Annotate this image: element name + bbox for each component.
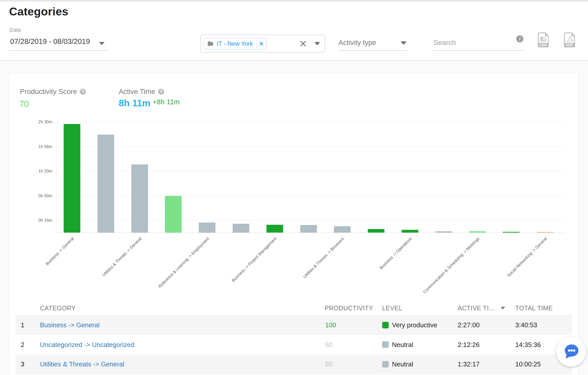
x-axis-label: Communication & Scheduling -> Meetings	[422, 236, 480, 294]
chart-bar[interactable]	[165, 196, 182, 233]
chart-bar[interactable]	[368, 229, 384, 233]
y-axis-label: 1h 23m	[9, 168, 52, 173]
row-rank: 2	[21, 341, 24, 348]
chevron-down-icon	[401, 41, 407, 45]
x-axis-label: Social Networking -> General	[506, 236, 548, 278]
search-placeholder: Search	[433, 39, 456, 47]
chart-bar[interactable]	[469, 231, 486, 233]
chart-bar[interactable]	[64, 124, 80, 233]
column-header-total-time[interactable]: TOTAL TIME	[515, 305, 553, 312]
table-row: 3Utilities & Threats -> General50Neutral…	[16, 354, 572, 374]
x-axis-line	[56, 233, 564, 233]
category-link[interactable]: Utilities & Threats -> General	[40, 360, 124, 368]
y-axis-label: 2h 30m	[9, 119, 52, 124]
x-axis-label: Business -> General	[45, 236, 75, 266]
svg-text:PDF: PDF	[566, 43, 573, 47]
chart-bar[interactable]	[131, 164, 148, 233]
y-axis-label: 0h 16m	[9, 218, 52, 223]
export-csv-button[interactable]: CSV	[537, 32, 549, 47]
date-range-picker[interactable]: Date 07/28/2019 - 08/03/2019	[9, 27, 108, 51]
total-time-cell: 14:35:36	[515, 341, 541, 348]
y-axis-line	[56, 122, 56, 233]
active-time-cell: 1:32:17	[458, 360, 480, 368]
date-range-value: 07/28/2019 - 08/03/2019	[10, 37, 90, 45]
activity-type-select[interactable]: Activity type	[338, 35, 407, 51]
chat-bubble-icon	[563, 344, 579, 360]
chip-remove-icon[interactable]	[257, 38, 266, 49]
gridline	[56, 146, 564, 147]
column-header-active-time[interactable]: ACTIVE TI...	[458, 305, 505, 312]
activity-type-placeholder: Activity type	[338, 39, 376, 47]
info-icon[interactable]: i	[516, 35, 523, 42]
x-axis-label: Business -> Project Management	[231, 236, 278, 283]
categories-bar-chart: 2h 30m1h 56m1h 23m0h 50m0h 16mBusiness -…	[9, 73, 578, 301]
level-label: Very productive	[392, 321, 437, 329]
report-card: Productivity Score ? 70 Active Time ? 8h…	[9, 73, 578, 375]
chart-bar[interactable]	[266, 225, 283, 233]
level-cell: Very productive	[382, 321, 437, 329]
chart-bar[interactable]	[435, 231, 452, 233]
search-input[interactable]: Search	[433, 35, 524, 51]
chart-bar[interactable]	[334, 226, 351, 233]
group-filter-chip[interactable]: IT - New York	[204, 38, 266, 49]
category-link[interactable]: Uncategorized -> Uncategorized	[40, 341, 134, 348]
chart-bar[interactable]	[300, 225, 317, 233]
column-header-productivity[interactable]: PRODUCTIVITY	[325, 305, 373, 312]
chart-bar[interactable]	[199, 222, 215, 233]
chevron-down-icon[interactable]	[99, 42, 105, 45]
row-rank: 3	[21, 360, 24, 368]
table-header: CATEGORY PRODUCTIVITY LEVEL ACTIVE TI...…	[16, 301, 572, 315]
page-title: Categories	[9, 5, 68, 18]
productivity-value: 50	[325, 360, 332, 368]
chip-label: IT - New York	[217, 40, 253, 47]
chart-bar[interactable]	[537, 232, 553, 233]
chart-plot	[56, 122, 564, 233]
table-row: 1Business -> General100Very productive2:…	[16, 315, 572, 335]
productivity-value: 100	[325, 321, 336, 329]
x-axis-label: Utilities & Threats -> General	[101, 236, 142, 277]
level-cell: Neutral	[382, 360, 413, 368]
x-axis-label: Utilities & Threats -> Browsers	[302, 236, 345, 279]
table-row: 2Uncategorized -> Uncategorized50Neutral…	[16, 335, 572, 355]
x-axis-label: Business -> Operations	[379, 236, 412, 270]
level-swatch	[382, 341, 389, 348]
x-axis-label: Reference & Learning -> Employment	[157, 236, 210, 289]
svg-text:CSV: CSV	[540, 43, 547, 47]
chart-bar[interactable]	[402, 230, 418, 233]
group-filter-combobox[interactable]: IT - New York	[200, 35, 325, 53]
total-time-cell: 10:00:25	[515, 360, 541, 368]
productivity-value: 50	[325, 341, 332, 348]
level-label: Neutral	[392, 360, 413, 368]
chart-bar[interactable]	[233, 224, 249, 233]
y-axis-label: 1h 56m	[9, 144, 52, 149]
chevron-down-icon[interactable]	[314, 42, 320, 45]
export-pdf-button[interactable]: PDF	[564, 32, 575, 47]
total-time-cell: 3:40:53	[515, 321, 537, 329]
active-time-cell: 2:27:00	[458, 321, 480, 329]
chart-bar[interactable]	[503, 232, 520, 233]
y-axis-label: 0h 50m	[9, 193, 52, 198]
folder-icon	[207, 41, 214, 46]
gridline	[56, 122, 564, 122]
level-label: Neutral	[392, 341, 413, 348]
sort-desc-icon	[501, 307, 505, 309]
level-swatch	[382, 361, 389, 367]
column-header-level[interactable]: LEVEL	[382, 305, 402, 312]
category-link[interactable]: Business -> General	[40, 321, 100, 329]
clear-filter-icon[interactable]	[300, 40, 306, 47]
column-header-category[interactable]: CATEGORY	[40, 305, 76, 312]
level-swatch	[382, 322, 389, 328]
active-time-cell: 2:12:26	[458, 341, 480, 348]
level-cell: Neutral	[382, 341, 413, 348]
chart-bar[interactable]	[97, 135, 114, 233]
toolbar: Categories Date 07/28/2019 - 08/03/2019 …	[0, 0, 588, 60]
chat-button[interactable]	[556, 337, 586, 367]
date-label: Date	[9, 27, 108, 33]
row-rank: 1	[21, 321, 24, 329]
